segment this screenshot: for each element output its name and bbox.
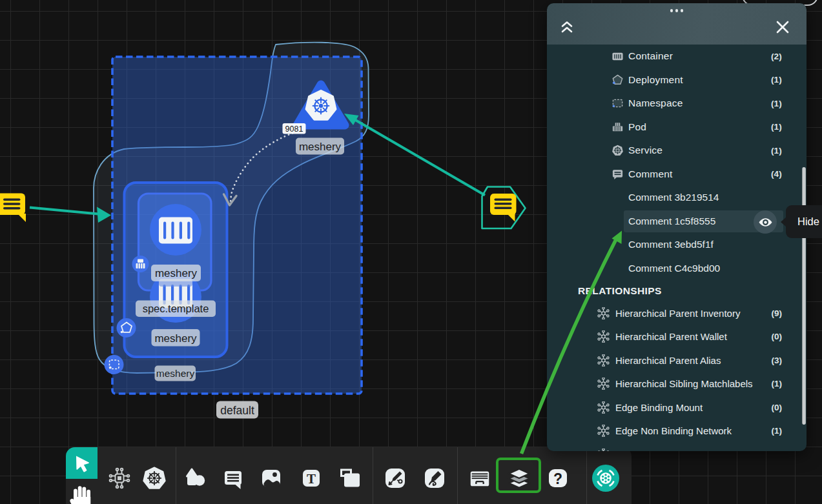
sketch-pencil-icon bbox=[422, 466, 447, 490]
resource-row-pod[interactable]: Pod (1) bbox=[547, 116, 807, 139]
comment-row-label: Comment 3b219514 bbox=[628, 192, 719, 203]
resource-label: Comment bbox=[628, 168, 673, 180]
select-tool-button[interactable] bbox=[66, 447, 98, 479]
panel-header bbox=[547, 3, 807, 45]
collapse-all-icon bbox=[559, 19, 575, 35]
container-icon bbox=[611, 50, 624, 63]
comment-row[interactable]: Comment 3ebd5f1f bbox=[547, 233, 807, 257]
relationship-hub-icon bbox=[597, 425, 610, 437]
relationship-row[interactable]: Hierarchical Parent Inventory (9) bbox=[547, 301, 807, 325]
deployment-label: meshery bbox=[155, 366, 196, 381]
resource-row-service[interactable]: Service (1) bbox=[547, 139, 807, 163]
relationship-row[interactable]: Hierarchical Parent Alias (3) bbox=[547, 348, 807, 372]
relationship-label: Hierarchical Parent Inventory bbox=[615, 308, 740, 319]
resource-count: (1) bbox=[771, 122, 782, 132]
relationship-count: (0) bbox=[772, 403, 783, 412]
resource-count: (4) bbox=[771, 169, 782, 179]
help-icon: ? bbox=[546, 466, 570, 490]
resource-row-deployment[interactable]: Deployment (1) bbox=[547, 68, 807, 92]
relationship-label: Hierarchical Sibling Matchlabels bbox=[615, 378, 753, 389]
namespace-label: default bbox=[216, 401, 258, 419]
collapse-all-button[interactable] bbox=[559, 19, 575, 35]
kubernetes-logo-icon bbox=[307, 91, 336, 119]
relationship-row[interactable]: Hierarchical Sibling Matchlabels (1) bbox=[547, 372, 807, 396]
kubernetes-tool-button[interactable] bbox=[142, 466, 167, 490]
shapes-tool-button[interactable] bbox=[183, 466, 208, 490]
drawer-tool-button[interactable] bbox=[468, 466, 492, 490]
pen-tool-icon bbox=[383, 466, 407, 490]
resource-label: Service bbox=[628, 145, 663, 156]
shapes-icon bbox=[183, 466, 208, 490]
relationship-row-partial[interactable]: (1) bbox=[547, 443, 807, 451]
resource-row-namespace[interactable]: Namespace (1) bbox=[547, 92, 807, 116]
meshery-logo-icon bbox=[592, 465, 619, 492]
svg-text:meshery: meshery bbox=[154, 332, 197, 345]
relationship-label: Hierarchical Parent Alias bbox=[615, 355, 721, 366]
sketch-tool-button[interactable] bbox=[422, 466, 447, 490]
comment-row-label: Comment 3ebd5f1f bbox=[628, 239, 714, 250]
pen-tool-button[interactable] bbox=[383, 466, 407, 490]
image-tool-button[interactable] bbox=[259, 466, 283, 490]
resource-label: Pod bbox=[628, 121, 646, 133]
resource-count: (1) bbox=[771, 99, 782, 108]
resource-row-container[interactable]: Container (2) bbox=[547, 45, 807, 68]
comment-row[interactable]: Comment 1c5f8555 bbox=[547, 210, 807, 234]
deployment-badge-icon bbox=[117, 318, 136, 338]
hide-tooltip: Hide bbox=[786, 205, 822, 238]
text-tool-icon: T bbox=[299, 466, 324, 490]
comment-node-right[interactable] bbox=[482, 187, 526, 229]
relationship-hub-icon bbox=[597, 307, 610, 319]
container-label: meshery bbox=[151, 265, 201, 281]
eye-visibility-icon bbox=[757, 214, 774, 230]
panel-body: Container (2) Deployment (1) Namespace (… bbox=[547, 45, 807, 451]
note-tool-button[interactable] bbox=[338, 466, 363, 490]
svg-text:?: ? bbox=[553, 470, 562, 487]
relationship-row[interactable]: Edge Non Binding Network (1) bbox=[547, 419, 807, 443]
comment-arrow-left bbox=[30, 207, 111, 223]
relationship-hub-icon bbox=[597, 354, 610, 367]
resource-count: (1) bbox=[771, 75, 782, 85]
spec-template-label: spec.template bbox=[136, 301, 216, 318]
toggle-visibility-button[interactable] bbox=[754, 210, 777, 234]
drag-handle-dots-icon[interactable] bbox=[547, 9, 807, 12]
layers-tool-button[interactable] bbox=[507, 466, 531, 490]
help-button[interactable]: ? bbox=[546, 466, 570, 490]
resource-label: Container bbox=[628, 50, 673, 62]
pod-badge-icon bbox=[132, 256, 149, 272]
relationship-row[interactable]: Edge Binding Mount (0) bbox=[547, 396, 807, 419]
resource-row-comment[interactable]: Comment (4) bbox=[547, 163, 807, 186]
comment-row-label: Comment C4c9bd00 bbox=[628, 263, 720, 274]
relationship-count: (9) bbox=[772, 308, 783, 318]
comment-tool-button[interactable] bbox=[221, 466, 245, 490]
text-tool-button[interactable]: T bbox=[299, 466, 324, 490]
resource-count: (2) bbox=[771, 52, 782, 61]
relationship-count: (0) bbox=[772, 332, 783, 341]
relationship-row[interactable]: Hierarchical Parent Wallet (0) bbox=[547, 325, 807, 349]
service-port-label: 9081 bbox=[283, 123, 306, 134]
resource-label: Namespace bbox=[628, 97, 683, 109]
meshery-logo-button[interactable] bbox=[592, 465, 619, 492]
pod-label: meshery bbox=[152, 329, 200, 347]
schema-tool-button[interactable] bbox=[107, 466, 132, 490]
svg-text:9081: 9081 bbox=[285, 125, 303, 134]
relationship-count: (1) bbox=[772, 379, 783, 388]
container-node-1[interactable] bbox=[150, 204, 201, 256]
comment-row[interactable]: Comment C4c9bd00 bbox=[547, 257, 807, 281]
kanvas-app: { "canvas": { "namespace_label": "defaul… bbox=[0, 0, 822, 504]
pan-hand-icon bbox=[67, 484, 96, 504]
close-panel-button[interactable] bbox=[774, 19, 791, 35]
comment-row[interactable]: Comment 3b219514 bbox=[547, 186, 807, 210]
svg-text:default: default bbox=[220, 404, 254, 417]
relationship-label: Edge Non Binding Network bbox=[615, 425, 732, 436]
layers-icon bbox=[507, 465, 531, 491]
relationship-count: (3) bbox=[772, 356, 783, 365]
svg-text:meshery: meshery bbox=[156, 368, 195, 379]
resource-count: (1) bbox=[771, 146, 782, 156]
note-tool-icon bbox=[338, 466, 363, 490]
pan-tool-button[interactable] bbox=[66, 479, 98, 504]
comment-node-left[interactable] bbox=[0, 194, 26, 223]
kubernetes-icon bbox=[142, 465, 167, 491]
schema-circuit-icon bbox=[107, 466, 132, 490]
relationships-header: RELATIONSHIPS bbox=[547, 280, 807, 301]
deployment-icon bbox=[611, 74, 624, 86]
